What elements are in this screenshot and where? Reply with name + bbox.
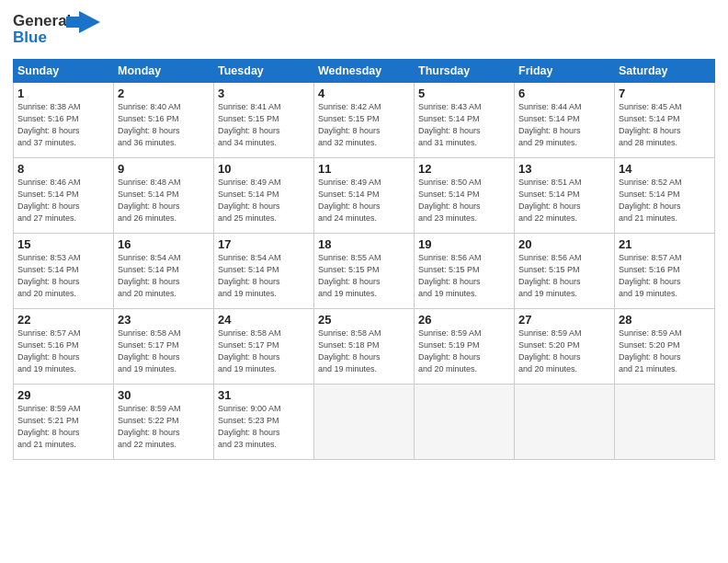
day-number: 19	[418, 237, 510, 251]
header-wednesday: Wednesday	[314, 60, 415, 83]
day-cell: 29Sunrise: 8:59 AM Sunset: 5:21 PM Dayli…	[14, 385, 114, 460]
day-cell: 25Sunrise: 8:58 AM Sunset: 5:18 PM Dayli…	[314, 309, 415, 385]
svg-text:General: General	[13, 12, 71, 29]
day-number: 5	[418, 86, 510, 100]
day-detail: Sunrise: 8:38 AM Sunset: 5:16 PM Dayligh…	[17, 101, 109, 149]
day-cell: 28Sunrise: 8:59 AM Sunset: 5:20 PM Dayli…	[615, 309, 715, 385]
day-cell: 22Sunrise: 8:57 AM Sunset: 5:16 PM Dayli…	[14, 309, 114, 385]
day-detail: Sunrise: 8:55 AM Sunset: 5:15 PM Dayligh…	[318, 252, 410, 300]
day-number: 15	[17, 237, 109, 251]
day-detail: Sunrise: 8:40 AM Sunset: 5:16 PM Dayligh…	[118, 101, 210, 149]
day-detail: Sunrise: 8:48 AM Sunset: 5:14 PM Dayligh…	[118, 177, 210, 224]
day-detail: Sunrise: 8:58 AM Sunset: 5:17 PM Dayligh…	[118, 327, 210, 375]
day-cell	[515, 385, 615, 460]
day-cell: 7Sunrise: 8:45 AM Sunset: 5:14 PM Daylig…	[615, 83, 715, 158]
page-container: General Blue SundayMondayTuesdayWednesda…	[0, 0, 728, 465]
day-detail: Sunrise: 8:42 AM Sunset: 5:15 PM Dayligh…	[318, 101, 410, 149]
day-detail: Sunrise: 8:59 AM Sunset: 5:20 PM Dayligh…	[518, 327, 610, 375]
day-number: 23	[118, 313, 210, 327]
day-number: 2	[118, 86, 210, 100]
day-cell: 15Sunrise: 8:53 AM Sunset: 5:14 PM Dayli…	[14, 234, 114, 309]
day-detail: Sunrise: 8:49 AM Sunset: 5:14 PM Dayligh…	[218, 177, 310, 224]
day-number: 16	[118, 237, 210, 251]
day-cell: 8Sunrise: 8:46 AM Sunset: 5:14 PM Daylig…	[14, 158, 114, 234]
day-number: 29	[17, 388, 109, 402]
day-detail: Sunrise: 8:59 AM Sunset: 5:22 PM Dayligh…	[118, 403, 210, 451]
week-row-4: 22Sunrise: 8:57 AM Sunset: 5:16 PM Dayli…	[14, 309, 715, 385]
day-detail: Sunrise: 8:43 AM Sunset: 5:14 PM Dayligh…	[418, 101, 510, 149]
day-cell: 1Sunrise: 8:38 AM Sunset: 5:16 PM Daylig…	[14, 83, 114, 158]
day-number: 13	[518, 162, 610, 176]
week-row-2: 8Sunrise: 8:46 AM Sunset: 5:14 PM Daylig…	[14, 158, 715, 234]
day-cell: 2Sunrise: 8:40 AM Sunset: 5:16 PM Daylig…	[114, 83, 214, 158]
day-detail: Sunrise: 8:58 AM Sunset: 5:18 PM Dayligh…	[318, 327, 410, 375]
day-cell: 10Sunrise: 8:49 AM Sunset: 5:14 PM Dayli…	[214, 158, 314, 234]
day-cell	[615, 385, 715, 460]
day-cell: 17Sunrise: 8:54 AM Sunset: 5:14 PM Dayli…	[214, 234, 314, 309]
day-cell: 3Sunrise: 8:41 AM Sunset: 5:15 PM Daylig…	[214, 83, 314, 158]
day-detail: Sunrise: 8:51 AM Sunset: 5:14 PM Dayligh…	[518, 177, 610, 224]
day-number: 26	[418, 313, 510, 327]
day-number: 20	[518, 237, 610, 251]
svg-marker-2	[66, 11, 100, 33]
day-detail: Sunrise: 9:00 AM Sunset: 5:23 PM Dayligh…	[218, 403, 310, 451]
day-number: 6	[518, 86, 610, 100]
day-detail: Sunrise: 8:53 AM Sunset: 5:14 PM Dayligh…	[17, 252, 109, 300]
day-number: 18	[318, 237, 410, 251]
day-detail: Sunrise: 8:52 AM Sunset: 5:14 PM Dayligh…	[619, 177, 711, 224]
header-thursday: Thursday	[415, 60, 515, 83]
day-cell: 12Sunrise: 8:50 AM Sunset: 5:14 PM Dayli…	[415, 158, 515, 234]
week-row-1: 1Sunrise: 8:38 AM Sunset: 5:16 PM Daylig…	[14, 83, 715, 158]
day-cell: 24Sunrise: 8:58 AM Sunset: 5:17 PM Dayli…	[214, 309, 314, 385]
day-number: 11	[318, 162, 410, 176]
header-tuesday: Tuesday	[214, 60, 314, 83]
day-cell: 27Sunrise: 8:59 AM Sunset: 5:20 PM Dayli…	[515, 309, 615, 385]
header-monday: Monday	[114, 60, 214, 83]
day-cell: 21Sunrise: 8:57 AM Sunset: 5:16 PM Dayli…	[615, 234, 715, 309]
day-cell: 30Sunrise: 8:59 AM Sunset: 5:22 PM Dayli…	[114, 385, 214, 460]
day-number: 10	[218, 162, 310, 176]
day-cell: 18Sunrise: 8:55 AM Sunset: 5:15 PM Dayli…	[314, 234, 415, 309]
day-detail: Sunrise: 8:58 AM Sunset: 5:17 PM Dayligh…	[218, 327, 310, 375]
logo-text: General Blue	[13, 9, 100, 52]
day-detail: Sunrise: 8:57 AM Sunset: 5:16 PM Dayligh…	[619, 252, 711, 300]
day-cell: 23Sunrise: 8:58 AM Sunset: 5:17 PM Dayli…	[114, 309, 214, 385]
day-detail: Sunrise: 8:54 AM Sunset: 5:14 PM Dayligh…	[218, 252, 310, 300]
header-sunday: Sunday	[14, 60, 114, 83]
day-number: 25	[318, 313, 410, 327]
day-detail: Sunrise: 8:49 AM Sunset: 5:14 PM Dayligh…	[318, 177, 410, 224]
day-cell: 20Sunrise: 8:56 AM Sunset: 5:15 PM Dayli…	[515, 234, 615, 309]
day-detail: Sunrise: 8:46 AM Sunset: 5:14 PM Dayligh…	[17, 177, 109, 224]
header-saturday: Saturday	[615, 60, 715, 83]
day-detail: Sunrise: 8:59 AM Sunset: 5:19 PM Dayligh…	[418, 327, 510, 375]
day-number: 12	[418, 162, 510, 176]
day-number: 27	[518, 313, 610, 327]
day-number: 7	[619, 86, 711, 100]
day-cell: 26Sunrise: 8:59 AM Sunset: 5:19 PM Dayli…	[415, 309, 515, 385]
calendar-body: 1Sunrise: 8:38 AM Sunset: 5:16 PM Daylig…	[14, 83, 715, 460]
day-number: 17	[218, 237, 310, 251]
day-number: 1	[17, 86, 109, 100]
day-cell: 16Sunrise: 8:54 AM Sunset: 5:14 PM Dayli…	[114, 234, 214, 309]
day-detail: Sunrise: 8:50 AM Sunset: 5:14 PM Dayligh…	[418, 177, 510, 224]
day-cell: 14Sunrise: 8:52 AM Sunset: 5:14 PM Dayli…	[615, 158, 715, 234]
day-cell	[415, 385, 515, 460]
header-row: SundayMondayTuesdayWednesdayThursdayFrid…	[14, 60, 715, 83]
day-cell: 6Sunrise: 8:44 AM Sunset: 5:14 PM Daylig…	[515, 83, 615, 158]
calendar-header: SundayMondayTuesdayWednesdayThursdayFrid…	[14, 60, 715, 83]
day-number: 8	[17, 162, 109, 176]
day-cell: 9Sunrise: 8:48 AM Sunset: 5:14 PM Daylig…	[114, 158, 214, 234]
day-detail: Sunrise: 8:59 AM Sunset: 5:20 PM Dayligh…	[619, 327, 711, 375]
week-row-3: 15Sunrise: 8:53 AM Sunset: 5:14 PM Dayli…	[14, 234, 715, 309]
svg-text:Blue: Blue	[13, 29, 47, 46]
day-cell: 19Sunrise: 8:56 AM Sunset: 5:15 PM Dayli…	[415, 234, 515, 309]
logo: General Blue	[13, 9, 100, 52]
day-detail: Sunrise: 8:59 AM Sunset: 5:21 PM Dayligh…	[17, 403, 109, 451]
day-number: 14	[619, 162, 711, 176]
day-number: 31	[218, 388, 310, 402]
day-detail: Sunrise: 8:41 AM Sunset: 5:15 PM Dayligh…	[218, 101, 310, 149]
header-friday: Friday	[515, 60, 615, 83]
calendar-table: SundayMondayTuesdayWednesdayThursdayFrid…	[13, 59, 715, 460]
day-detail: Sunrise: 8:45 AM Sunset: 5:14 PM Dayligh…	[619, 101, 711, 149]
day-detail: Sunrise: 8:57 AM Sunset: 5:16 PM Dayligh…	[17, 327, 109, 375]
